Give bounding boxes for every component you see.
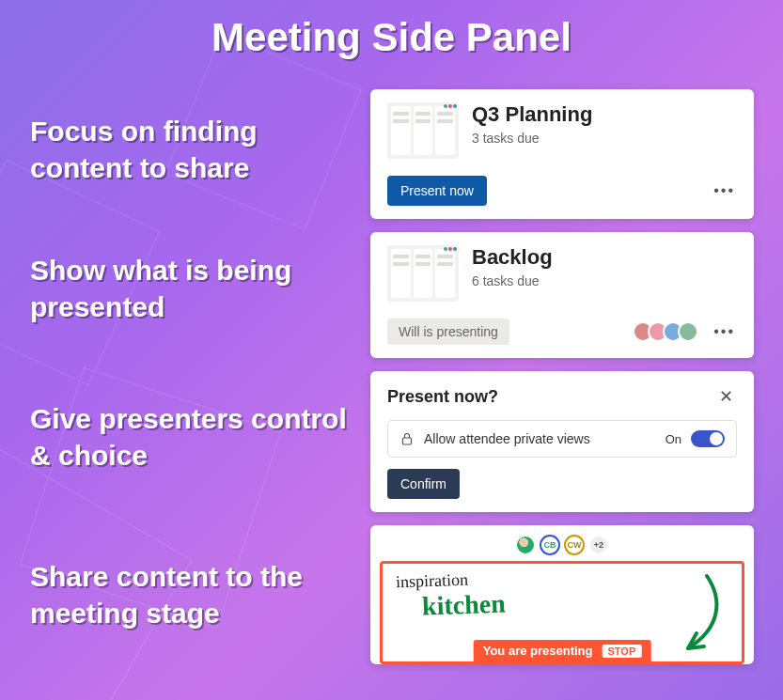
- content-card-q3: Q3 Planning 3 tasks due Present now •••: [370, 89, 754, 219]
- avatar: CW: [564, 535, 585, 555]
- features-list: Focus on finding content to share Show w…: [30, 113, 350, 631]
- more-options-icon[interactable]: •••: [712, 320, 737, 343]
- handwriting-text: kitchen: [421, 588, 506, 621]
- svg-rect-4: [403, 438, 412, 444]
- sharing-card: CB CW +2 inspiration kitchen You are pre…: [370, 525, 754, 664]
- handwriting-text: inspiration: [396, 570, 469, 593]
- page-title: Meeting Side Panel: [0, 15, 783, 60]
- shared-content-surface[interactable]: inspiration kitchen You are presenting S…: [380, 561, 744, 664]
- feature-item: Focus on finding content to share: [30, 113, 350, 186]
- feature-item: Give presenters control & choice: [30, 400, 350, 474]
- stop-presenting-button[interactable]: STOP: [603, 645, 642, 658]
- present-now-prompt: Present now? ✕ Allow attendee private vi…: [370, 371, 754, 512]
- avatar: [515, 535, 536, 555]
- sharing-participants: CB CW +2: [380, 535, 744, 555]
- avatar: [678, 321, 698, 342]
- confirm-button[interactable]: Confirm: [387, 469, 460, 499]
- close-icon[interactable]: ✕: [715, 384, 737, 409]
- side-panel-cards: Q3 Planning 3 tasks due Present now ••• …: [370, 89, 754, 664]
- feature-item: Share content to the meeting stage: [30, 558, 350, 631]
- more-options-icon[interactable]: •••: [712, 179, 737, 202]
- feature-item: Show what is being presented: [30, 252, 350, 325]
- presenting-status-pill: Will is presenting: [387, 319, 509, 345]
- banner-text: You are presenting: [483, 644, 593, 658]
- presenting-banner: You are presenting STOP: [474, 640, 651, 661]
- participants-avatars: [633, 321, 698, 342]
- option-label: Allow attendee private views: [424, 431, 656, 446]
- card-title: Backlog: [472, 245, 737, 270]
- board-thumbnail: [387, 245, 459, 302]
- prompt-title: Present now?: [387, 387, 498, 407]
- lock-icon: [399, 431, 415, 446]
- content-card-backlog: Backlog 6 tasks due Will is presenting •…: [370, 232, 754, 358]
- card-title: Q3 Planning: [472, 102, 737, 127]
- card-subtitle: 3 tasks due: [472, 131, 737, 146]
- option-state: On: [666, 432, 681, 446]
- private-views-toggle[interactable]: [691, 430, 725, 447]
- avatar: CB: [540, 535, 560, 555]
- present-now-button[interactable]: Present now: [387, 176, 487, 206]
- card-subtitle: 6 tasks due: [472, 273, 737, 288]
- avatar-overflow-count: +2: [588, 535, 609, 555]
- arrow-icon: [655, 571, 730, 661]
- board-thumbnail: [387, 102, 459, 159]
